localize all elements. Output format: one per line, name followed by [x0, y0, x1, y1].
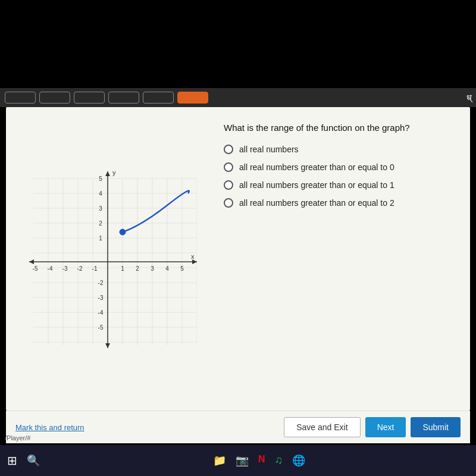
video-icon[interactable]: 📷 [236, 454, 249, 467]
svg-text:2: 2 [136, 265, 139, 272]
search-icon[interactable]: 🔍 [27, 454, 40, 467]
svg-text:-5: -5 [33, 265, 38, 272]
svg-marker-27 [105, 171, 110, 176]
spotify-icon[interactable]: ♫ [275, 454, 283, 467]
taskbar-btn-5[interactable] [143, 92, 174, 104]
svg-text:x: x [191, 253, 195, 260]
svg-text:5: 5 [180, 265, 184, 272]
top-taskbar: ध् [0, 88, 476, 107]
svg-text:y: y [112, 169, 116, 176]
svg-text:-4: -4 [48, 265, 53, 272]
netflix-icon[interactable]: N [258, 454, 265, 467]
bottom-buttons: Save and Exit Next Submit [284, 417, 461, 437]
svg-text:4: 4 [165, 265, 169, 272]
bottom-action-bar: Mark this and return Save and Exit Next … [6, 411, 470, 443]
windows-taskbar: ⊞ 🔍 📁 📷 N ♫ 🌐 [0, 445, 476, 476]
taskbar-btn-3[interactable] [74, 92, 105, 104]
svg-text:-4: -4 [98, 309, 104, 316]
svg-text:3: 3 [151, 265, 154, 272]
radio-circle-3[interactable] [224, 180, 233, 190]
svg-marker-24 [29, 259, 34, 264]
radio-circle-1[interactable] [224, 145, 233, 154]
svg-text:5: 5 [99, 176, 102, 182]
mark-return-link[interactable]: Mark this and return [15, 423, 84, 432]
url-bar: /Player/# [2, 434, 30, 441]
radio-label-1: all real numbers [239, 145, 299, 154]
radio-circle-2[interactable] [224, 162, 233, 172]
radio-option-1[interactable]: all real numbers [224, 145, 455, 154]
radio-option-3[interactable]: all real numbers greater than or equal t… [224, 180, 455, 190]
radio-label-4: all real numbers greater than or equal t… [239, 198, 394, 208]
file-explorer-icon[interactable]: 📁 [213, 454, 226, 467]
radio-circle-4[interactable] [224, 198, 233, 208]
svg-text:1: 1 [121, 265, 124, 272]
svg-text:-1: -1 [92, 265, 98, 272]
svg-text:4: 4 [99, 190, 102, 197]
corner-label: ध् [466, 93, 471, 103]
question-area: What is the range of the function on the… [218, 117, 461, 401]
svg-text:2: 2 [99, 220, 102, 227]
svg-text:3: 3 [99, 205, 102, 212]
svg-marker-28 [105, 343, 110, 348]
taskbar-btn-4[interactable] [108, 92, 139, 104]
taskbar-btn-2[interactable] [39, 92, 70, 104]
radio-option-4[interactable]: all real numbers greater than or equal t… [224, 198, 455, 208]
taskbar-center: 📁 📷 N ♫ 🌐 [49, 454, 469, 467]
next-button[interactable]: Next [365, 417, 406, 437]
main-content: -5 -4 -3 -2 -1 1 2 3 4 5 x 5 4 3 2 1 -2 … [6, 107, 470, 411]
radio-option-2[interactable]: all real numbers greater than or equal t… [224, 162, 455, 172]
graph-container: -5 -4 -3 -2 -1 1 2 3 4 5 x 5 4 3 2 1 -2 … [15, 117, 206, 401]
radio-options: all real numbers all real numbers greate… [224, 145, 455, 208]
radio-label-2: all real numbers greater than or equal t… [239, 162, 394, 172]
taskbar-btn-6[interactable] [177, 92, 208, 104]
svg-text:1: 1 [99, 235, 102, 242]
question-text: What is the range of the function on the… [224, 123, 455, 133]
quiz-area: -5 -4 -3 -2 -1 1 2 3 4 5 x 5 4 3 2 1 -2 … [15, 117, 461, 401]
taskbar-btn-1[interactable] [5, 92, 36, 104]
svg-text:-2: -2 [77, 265, 83, 272]
svg-point-50 [120, 229, 126, 235]
svg-text:-2: -2 [98, 280, 104, 286]
coordinate-graph: -5 -4 -3 -2 -1 1 2 3 4 5 x 5 4 3 2 1 -2 … [24, 167, 197, 357]
svg-marker-25 [192, 259, 197, 264]
start-icon[interactable]: ⊞ [7, 453, 17, 468]
radio-label-3: all real numbers greater than or equal t… [239, 180, 394, 190]
submit-button[interactable]: Submit [411, 417, 461, 437]
svg-text:-5: -5 [98, 324, 104, 331]
svg-text:-3: -3 [62, 265, 68, 272]
save-exit-button[interactable]: Save and Exit [284, 417, 360, 437]
chrome-icon[interactable]: 🌐 [292, 454, 305, 467]
svg-text:-3: -3 [98, 295, 104, 301]
